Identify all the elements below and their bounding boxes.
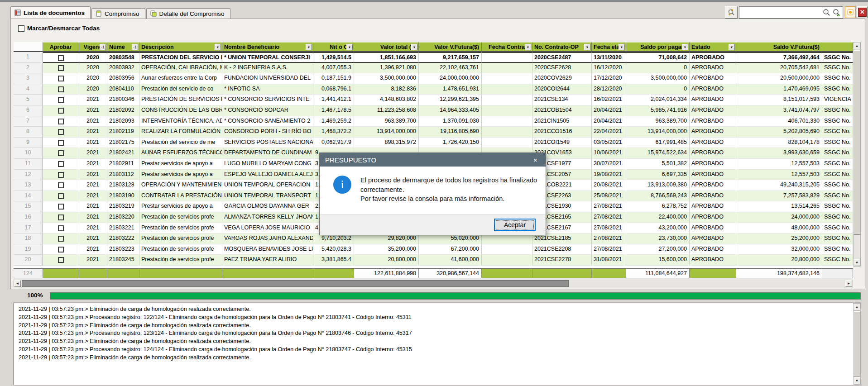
aprobar-checkbox[interactable] xyxy=(58,193,64,199)
aprobar-checkbox[interactable] xyxy=(58,97,64,103)
cell-saldo_pagar: 6,697,335 xyxy=(626,170,690,181)
tab-lista-de-documentos[interactable]: Lista de documentos xyxy=(10,6,91,19)
column-header-valor_vfutura[interactable]: Valor V.Futura($) xyxy=(419,42,482,52)
new-item-button[interactable] xyxy=(845,6,856,18)
scrollbar-thumb[interactable] xyxy=(22,280,569,287)
cell-beneficiario: VARGAS ROJAS JAIRO ALEXAND xyxy=(222,234,313,244)
totals-row: 124122,611,884,998320,986,567,144111,084… xyxy=(14,268,853,278)
search-refresh-button[interactable] xyxy=(725,6,738,19)
console-line: 2021-11-29 | 03:57:23 pm:> Eliminación d… xyxy=(19,354,849,362)
table-row[interactable]: 2202020803932OPERACIÓN, CALIBRACIÓN, MK … xyxy=(14,63,853,74)
aprobar-checkbox[interactable] xyxy=(58,86,64,92)
grid-horizontal-scrollbar[interactable]: ◄ ► xyxy=(14,280,853,287)
search-icon xyxy=(822,8,831,17)
scroll-up-icon[interactable]: ▲ xyxy=(854,43,860,49)
console-vertical-scrollbar[interactable]: ▲ ▼ xyxy=(853,303,861,385)
cell-vigencia: 2021 xyxy=(79,212,107,223)
filter-dropdown-icon[interactable]: ▾ xyxy=(682,44,688,50)
table-row[interactable]: 4202020804110Prestación del servicio de … xyxy=(14,84,853,95)
aprobar-checkbox[interactable] xyxy=(58,150,64,156)
table-row[interactable]: 6202121802092CONSTRUCCIÓN DE LAS OBRA* C… xyxy=(14,105,853,116)
column-header-nit[interactable]: Nit o C.(▾ xyxy=(313,42,354,52)
aceptar-button[interactable]: Aceptar xyxy=(494,219,536,231)
cell-vigencia: 2021 xyxy=(79,170,107,181)
tab-compromiso[interactable]: Compromiso xyxy=(91,8,145,19)
cell-descripcion: Prestación de servicios profe xyxy=(139,234,222,244)
cell-valor_vfutura: 41,600,000 xyxy=(419,255,482,266)
aprobar-checkbox[interactable] xyxy=(58,119,64,124)
column-header-fecha_ela[interactable]: Fecha ela▾ xyxy=(592,42,626,52)
aprobar-checkbox[interactable] xyxy=(58,225,64,231)
column-header-fecha_contrato[interactable]: Fecha Contra▾ xyxy=(482,42,532,52)
column-header-valor_total[interactable]: Valor total ($)▾ xyxy=(354,42,419,52)
scrollbar-thumb[interactable] xyxy=(854,50,860,235)
mark-all-checkbox[interactable]: Marcar/Desmarcar Todas xyxy=(18,25,100,32)
aprobar-checkbox[interactable] xyxy=(58,140,64,146)
aprobar-checkbox[interactable] xyxy=(58,161,64,167)
filter-dropdown-icon[interactable]: ▾ xyxy=(525,44,531,50)
aprobar-checkbox[interactable] xyxy=(58,172,64,178)
cell-extra: SSGC No. xyxy=(822,255,853,266)
aprobar-checkbox[interactable] xyxy=(58,108,64,114)
filter-dropdown-icon[interactable]: ▾ xyxy=(584,44,590,50)
aprobar-checkbox[interactable] xyxy=(58,55,64,61)
table-row[interactable]: 7202121802093INTERVENTORÍA TÉCNICA, ADM*… xyxy=(14,116,853,127)
cell-numero: 21802119 xyxy=(107,127,139,138)
table-row[interactable]: 8202121802119REALIZAR LA FORMULACIÓN DCO… xyxy=(14,127,853,138)
total-blank xyxy=(222,268,313,278)
cell-numero: 21802092 xyxy=(107,105,139,116)
column-header-vigencia[interactable]: Vigenc·1 xyxy=(79,42,107,52)
scroll-down-icon[interactable]: ▼ xyxy=(854,259,860,266)
aprobar-checkbox[interactable] xyxy=(58,129,64,135)
cell-numero: 21800346 xyxy=(107,95,139,105)
column-header-aprobar[interactable]: Aprobar xyxy=(43,42,79,52)
scroll-right-icon[interactable]: ► xyxy=(845,280,852,287)
cell-numero: 21803220 xyxy=(107,212,139,223)
column-header-extra[interactable] xyxy=(822,42,853,52)
table-row[interactable]: 3202020803956Aunar esfuerzos entre la Co… xyxy=(14,73,853,84)
filter-dropdown-icon[interactable]: ▾ xyxy=(619,44,625,50)
scrollbar-thumb[interactable] xyxy=(854,311,860,376)
tab-label: Lista de documentos xyxy=(24,10,85,16)
column-header-beneficiario[interactable]: Nombre Beneficiario▾ xyxy=(222,42,313,52)
cell-valor_vfutura: 1,370,091,030 xyxy=(419,116,482,127)
sort-order-icon[interactable]: ·1 xyxy=(100,44,106,50)
tab-detalle-del-compromiso[interactable]: Detalle del Compromiso xyxy=(146,8,230,19)
grid-vertical-scrollbar[interactable]: ▲ ▼ xyxy=(853,42,861,267)
close-button[interactable]: ✕ xyxy=(857,6,868,18)
column-header-descripcion[interactable]: Descripción▾ xyxy=(139,42,222,52)
filter-dropdown-icon[interactable]: ▾ xyxy=(411,44,417,50)
aprobar-checkbox[interactable] xyxy=(58,247,64,253)
aprobar-checkbox[interactable] xyxy=(58,236,64,242)
table-row[interactable]: 1202020803548PRESTACION DEL SERVICIO DE*… xyxy=(14,52,853,63)
scroll-up-icon[interactable]: ▲ xyxy=(854,304,860,310)
dialog-close-icon[interactable]: × xyxy=(525,153,546,167)
aprobar-checkbox[interactable] xyxy=(58,214,64,220)
aprobar-checkbox[interactable] xyxy=(58,182,64,188)
sort-order-icon[interactable]: ·1 xyxy=(132,44,138,50)
column-header-estado[interactable]: Estado▾ xyxy=(690,42,736,52)
scroll-left-icon[interactable]: ◄ xyxy=(14,280,21,287)
column-header-saldo_vfutura[interactable]: Saldo V.Futura($) xyxy=(736,42,822,52)
aprobar-checkbox[interactable] xyxy=(58,204,64,210)
cell-extra: SSGC No. xyxy=(822,127,853,138)
cell-aprobar xyxy=(43,84,79,95)
filter-dropdown-icon[interactable]: ▾ xyxy=(729,44,735,50)
table-row[interactable]: 9202121802175Prestación del servicio de … xyxy=(14,138,853,148)
aprobar-checkbox[interactable] xyxy=(58,76,64,81)
filter-dropdown-icon[interactable]: ▾ xyxy=(215,44,221,50)
cell-contrato: 2021COI1549 xyxy=(532,138,592,148)
column-header-saldo_pagar[interactable]: Saldo por pagar (▾ xyxy=(626,42,690,52)
aprobar-checkbox[interactable] xyxy=(58,65,64,71)
filter-dropdown-icon[interactable]: ▾ xyxy=(306,44,312,50)
column-header-numero[interactable]: Núme·1 xyxy=(107,42,139,52)
cell-saldo_pagar: 0 xyxy=(626,84,690,95)
cell-vigencia: 2021 xyxy=(79,127,107,138)
table-row[interactable]: 19202121803223Prestación de servicios pr… xyxy=(14,244,853,255)
table-row[interactable]: 20202121803245Prestación de servicios pr… xyxy=(14,255,853,266)
aprobar-checkbox[interactable] xyxy=(58,257,64,263)
table-row[interactable]: 5202121800346PRESTACIÓN DE SERVICIOS PA*… xyxy=(14,95,853,105)
column-header-contrato[interactable]: No. Contrato-OP▾ xyxy=(532,42,592,52)
scroll-down-icon[interactable]: ▼ xyxy=(854,377,860,384)
filter-dropdown-icon[interactable]: ▾ xyxy=(346,44,353,50)
